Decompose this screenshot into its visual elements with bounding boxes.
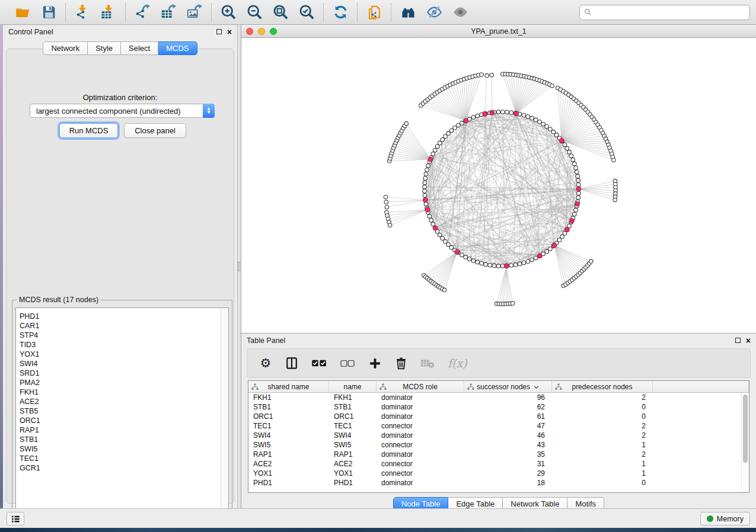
shared-column-icon	[379, 383, 387, 392]
column-header-filler	[653, 381, 749, 392]
tab-style[interactable]: Style	[88, 41, 121, 55]
table-row[interactable]: ACE2ACE2connector311	[248, 459, 741, 469]
mcds-list-scrollbar[interactable]	[221, 308, 228, 518]
export-network-icon[interactable]	[133, 4, 151, 21]
deselect-all-icon[interactable]	[340, 355, 355, 371]
hide-selected-icon[interactable]	[425, 4, 443, 21]
cell-shared_name: ORC1	[248, 412, 329, 421]
criterion-dropdown[interactable]: largest connected component (undirected)…	[30, 104, 215, 118]
mcds-result-item[interactable]: SWI4	[16, 359, 228, 368]
function-builder-icon: f(x)	[448, 355, 467, 371]
zoom-selected-icon[interactable]	[298, 4, 315, 21]
gear-icon[interactable]: ⚙	[259, 355, 272, 371]
column-header-predecessors[interactable]: predecessor nodes	[552, 381, 653, 392]
cell-predecessors: 2	[552, 431, 653, 440]
mcds-result-item[interactable]: GCR1	[16, 463, 228, 473]
search-input[interactable]	[595, 8, 745, 17]
mcds-result-item[interactable]: TID3	[16, 340, 228, 350]
network-window-titlebar[interactable]: YPA_prune.txt_1	[241, 25, 756, 38]
run-mcds-button[interactable]: Run MCDS	[59, 123, 118, 138]
cell-predecessors: 2	[552, 422, 653, 430]
mcds-result-item[interactable]: PHD1	[16, 312, 228, 321]
table-row[interactable]: YOX1YOX1connector291	[248, 469, 741, 478]
cell-role: dominator	[377, 412, 464, 421]
cell-name: STB1	[329, 403, 377, 411]
column-header-name[interactable]: name	[329, 381, 377, 392]
mcds-result-item[interactable]: YOX1	[16, 350, 228, 359]
import-table-icon[interactable]	[100, 4, 117, 21]
mcds-result-list[interactable]: PHD1CAR1STP4TID3YOX1SWI4SRD1PMA2FKH1ACE2…	[15, 307, 229, 519]
search-box[interactable]	[579, 5, 750, 20]
network-graph[interactable]	[241, 38, 755, 332]
cell-successors: 43	[464, 441, 552, 449]
select-all-icon[interactable]	[311, 355, 327, 371]
zoom-out-icon[interactable]	[245, 4, 263, 21]
mcds-result-item[interactable]: SRD1	[16, 368, 228, 378]
zoom-fit-icon[interactable]	[272, 4, 289, 21]
network-canvas[interactable]	[241, 38, 756, 333]
mcds-result-item[interactable]: FKH1	[16, 387, 228, 397]
add-column-icon[interactable]	[368, 355, 381, 371]
table-row[interactable]: STB1STB1dominator620	[248, 402, 741, 412]
clone-network-icon[interactable]	[365, 4, 383, 21]
column-header-shared_name[interactable]: shared name	[248, 381, 329, 392]
mcds-result-item[interactable]: PMA2	[16, 378, 228, 387]
node-table: shared namenameMCDS rolesuccessor nodesp…	[248, 380, 749, 493]
cell-shared_name: SWI5	[248, 441, 329, 449]
memory-button[interactable]: Memory	[700, 512, 750, 525]
mcds-result-item[interactable]: ORC1	[16, 416, 228, 425]
table-row[interactable]: TEC1TEC1connector472	[248, 421, 741, 431]
splitter-grip[interactable]	[238, 262, 241, 271]
mcds-result-item[interactable]: SWI5	[16, 444, 228, 454]
cell-name: PHD1	[329, 479, 377, 487]
cell-predecessors: 1	[552, 469, 653, 477]
mcds-result-item[interactable]: ACE2	[16, 397, 228, 406]
refresh-icon[interactable]	[331, 4, 349, 21]
table-row[interactable]: RAP1RAP1dominator352	[248, 450, 741, 459]
save-session-icon[interactable]	[40, 4, 58, 21]
panel-splitter[interactable]	[238, 25, 241, 508]
table-scrollbar[interactable]	[741, 393, 749, 492]
mcds-result-item[interactable]: STB5	[16, 406, 228, 416]
cell-name: TEC1	[329, 422, 377, 430]
tab-mcds[interactable]: MCDS	[158, 41, 197, 55]
mcds-result-item[interactable]: CAR1	[16, 321, 228, 331]
delete-column-icon[interactable]	[394, 355, 407, 371]
float-table-panel-icon[interactable]	[735, 338, 741, 343]
cell-shared_name: ACE2	[248, 460, 329, 468]
export-image-icon[interactable]	[186, 4, 203, 21]
cell-successors: 31	[464, 460, 552, 468]
close-panel-icon[interactable]: ×	[227, 28, 232, 36]
tab-network[interactable]: Network	[43, 41, 88, 55]
mcds-result-item[interactable]: STP4	[16, 331, 228, 340]
control-panel: Control Panel × NetworkStyleSelectMCDS O…	[3, 25, 238, 508]
show-panels-button[interactable]	[7, 512, 24, 525]
export-table-icon[interactable]	[160, 4, 177, 21]
cell-shared_name: RAP1	[248, 450, 329, 459]
cell-predecessors: 0	[552, 403, 653, 411]
table-row[interactable]: ORC1ORC1dominator610	[248, 412, 741, 421]
table-scrollbar-thumb[interactable]	[743, 395, 748, 463]
close-table-panel-icon[interactable]: ×	[746, 336, 751, 345]
mcds-result-item[interactable]: STB1	[16, 435, 228, 444]
split-view-icon[interactable]	[285, 355, 298, 371]
cell-predecessors: 1	[552, 460, 653, 468]
table-row[interactable]: PHD1PHD1dominator180	[248, 478, 741, 488]
mcds-result-item[interactable]: TEC1	[16, 454, 228, 463]
close-panel-button[interactable]: Close panel	[124, 123, 186, 138]
find-icon[interactable]	[399, 4, 417, 21]
cell-role: connector	[377, 469, 464, 477]
list-icon	[10, 514, 21, 524]
column-header-successors[interactable]: successor nodes	[464, 381, 552, 392]
table-row[interactable]: FKH1FKH1dominator962	[248, 393, 741, 402]
column-header-role[interactable]: MCDS role	[377, 381, 464, 392]
float-panel-icon[interactable]	[216, 29, 222, 34]
open-file-icon[interactable]	[14, 4, 31, 21]
table-row[interactable]: SWI4SWI4dominator462	[248, 431, 741, 440]
import-network-icon[interactable]	[74, 4, 91, 21]
mcds-result-item[interactable]: RAP1	[16, 425, 228, 435]
tab-select[interactable]: Select	[121, 41, 158, 55]
table-row[interactable]: SWI5SWI5connector431	[248, 440, 741, 450]
cytoscape-app: Control Panel × NetworkStyleSelectMCDS O…	[0, 0, 756, 532]
zoom-in-icon[interactable]	[219, 4, 237, 21]
